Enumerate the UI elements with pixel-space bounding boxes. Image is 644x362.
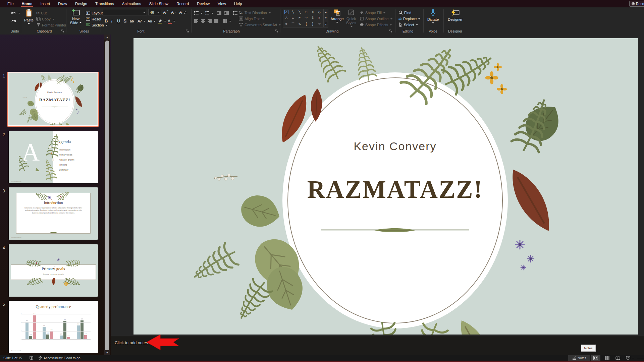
- shapes-gallery[interactable]: A ╲ ╲ □ ○ ◇ △ ∟ ⌐ ⇨ ⇩ ▷ ≈ ⌒ ∿ { } ☆: [283, 9, 323, 27]
- italic-button[interactable]: I: [111, 18, 112, 24]
- dictate-button[interactable]: Dictate: [425, 9, 441, 28]
- columns-button[interactable]: [223, 18, 231, 24]
- cut-button[interactable]: ✂ Cut: [36, 10, 47, 16]
- gallery-down-icon[interactable]: ▼: [325, 17, 327, 19]
- strikethrough-button[interactable]: ab: [130, 18, 134, 24]
- designer-button[interactable]: Designer: [446, 9, 464, 28]
- tab-view[interactable]: View: [214, 0, 230, 7]
- undo-button[interactable]: [11, 10, 20, 16]
- highlight-color-button[interactable]: [158, 18, 166, 24]
- tab-file[interactable]: File: [3, 0, 18, 7]
- scroll-up-icon[interactable]: ▲: [104, 35, 110, 40]
- replace-button[interactable]: ⇄ Replace: [398, 16, 420, 21]
- font-name-combobox[interactable]: [103, 9, 147, 15]
- left-brace-shape-icon[interactable]: {: [306, 22, 307, 26]
- format-painter-button[interactable]: Format Painter: [36, 22, 66, 28]
- justify-button[interactable]: [214, 18, 219, 24]
- tab-transitions[interactable]: Transitions: [91, 0, 118, 7]
- character-spacing-button[interactable]: AV: [138, 18, 145, 24]
- shapes-gallery-scroll[interactable]: ▲ ▼ ▼: [323, 9, 328, 27]
- reset-button[interactable]: Reset: [86, 16, 101, 22]
- shape-outline-button[interactable]: Shape Outline: [360, 16, 392, 21]
- convert-to-smartart-button[interactable]: Convert to SmartArt: [239, 22, 281, 27]
- copy-button[interactable]: Copy: [36, 16, 54, 22]
- redo-button[interactable]: [11, 18, 16, 24]
- arrange-button[interactable]: Arrange: [330, 9, 344, 28]
- line-shape-icon[interactable]: ╲: [292, 10, 294, 14]
- paragraph-dialog-launcher[interactable]: [275, 29, 278, 33]
- section-button[interactable]: Section: [86, 22, 108, 28]
- align-left-button[interactable]: [194, 18, 199, 24]
- align-center-button[interactable]: [201, 18, 205, 24]
- tab-draw[interactable]: Draw: [54, 0, 71, 7]
- slide-sorter-view-button[interactable]: [602, 355, 612, 361]
- shape-fill-button[interactable]: Shape Fill: [360, 10, 385, 15]
- font-dialog-launcher[interactable]: [186, 29, 189, 33]
- normal-view-button[interactable]: [591, 355, 600, 361]
- bullets-button[interactable]: [194, 10, 203, 16]
- tab-slide-show[interactable]: Slide Show: [145, 0, 173, 7]
- align-right-button[interactable]: [207, 18, 212, 24]
- thumbnail-scrollbar[interactable]: ▲ ▼: [104, 35, 110, 355]
- slide-5-thumbnail[interactable]: Quarterly performance 4.20.85.73.01.12.0…: [9, 301, 98, 353]
- tab-record[interactable]: Record: [172, 0, 193, 7]
- slideshow-view-button[interactable]: [623, 355, 633, 361]
- decrease-font-size-button[interactable]: Aˇ: [171, 9, 176, 15]
- flowchart-shape-icon[interactable]: ▷: [318, 16, 321, 19]
- bold-button[interactable]: B: [105, 18, 108, 24]
- connector-icon[interactable]: ⌐: [299, 16, 301, 19]
- textbox-shape-icon[interactable]: A: [284, 10, 288, 14]
- clipboard-dialog-launcher[interactable]: [61, 29, 64, 33]
- gallery-more-icon[interactable]: ▼: [325, 23, 327, 25]
- down-arrow-shape-icon[interactable]: ⇩: [311, 16, 314, 19]
- slide-2-thumbnail[interactable]: A Agenda Introduction Primary goals Area…: [9, 131, 98, 183]
- decrease-indent-button[interactable]: [217, 10, 222, 16]
- spell-check-button[interactable]: [30, 355, 33, 361]
- underline-button[interactable]: U: [117, 18, 120, 24]
- right-brace-shape-icon[interactable]: }: [312, 22, 313, 26]
- tab-design[interactable]: Design: [71, 0, 91, 7]
- notes-placeholder[interactable]: Click to add notes: [115, 341, 148, 345]
- slide-3-thumbnail[interactable]: Introduction At Contoso, we empower orga…: [9, 187, 98, 240]
- scrollbar-thumb[interactable]: [105, 41, 109, 362]
- paste-button[interactable]: Paste: [21, 9, 36, 28]
- tab-home[interactable]: Home: [18, 0, 37, 7]
- increase-font-size-button[interactable]: Aˆ: [163, 9, 168, 15]
- reading-view-button[interactable]: [613, 355, 623, 361]
- drawing-dialog-launcher[interactable]: [389, 29, 392, 33]
- record-button[interactable]: Record: [629, 1, 644, 7]
- tab-review[interactable]: Review: [193, 0, 214, 7]
- find-button[interactable]: Find: [398, 10, 411, 15]
- star-shape-icon[interactable]: ☆: [318, 22, 321, 26]
- oval-shape-icon[interactable]: ○: [312, 10, 314, 14]
- slide-indicator[interactable]: Slide 1 of 15: [3, 355, 22, 361]
- zoom-out-button[interactable]: −: [632, 355, 634, 361]
- notes-panel[interactable]: Click to add notes: [111, 336, 644, 356]
- increase-indent-button[interactable]: [224, 10, 229, 16]
- text-shadow-button[interactable]: S: [123, 18, 126, 24]
- shape-effects-button[interactable]: Shape Effects: [360, 22, 392, 27]
- scroll-down-icon[interactable]: ▼: [104, 350, 110, 355]
- curve-shape-icon[interactable]: ∿: [298, 22, 301, 26]
- right-arrow-shape-icon[interactable]: ⇨: [305, 16, 308, 19]
- accessibility-checker[interactable]: Accessibility: Good to go: [38, 355, 80, 361]
- new-slide-button[interactable]: New Slide: [68, 9, 84, 28]
- tab-insert[interactable]: Insert: [36, 0, 54, 7]
- arc-shape-icon[interactable]: ⌒: [291, 21, 294, 26]
- clear-formatting-button[interactable]: A: [179, 9, 186, 15]
- font-size-combobox[interactable]: 46: [148, 9, 161, 15]
- quick-styles-button[interactable]: QuickStyles: [345, 9, 358, 28]
- elbow-connector-icon[interactable]: ∟: [291, 16, 295, 19]
- tab-help[interactable]: Help: [230, 0, 246, 7]
- arrow-shape-icon[interactable]: ╲: [299, 10, 301, 14]
- slide-4-thumbnail[interactable]: Primary goals Annual revenue growth: [9, 244, 98, 297]
- align-text-button[interactable]: Align Text: [239, 16, 264, 21]
- rounded-rect-shape-icon[interactable]: ◇: [318, 10, 321, 14]
- rectangle-shape-icon[interactable]: □: [305, 10, 307, 14]
- tab-animations[interactable]: Animations: [118, 0, 145, 7]
- slide-editing-canvas[interactable]: [111, 35, 644, 336]
- zoom-slider[interactable]: [637, 358, 644, 358]
- notes-toggle-button[interactable]: Notes: [568, 355, 590, 361]
- slide-1-thumbnail[interactable]: [7, 72, 99, 127]
- scribble-shape-icon[interactable]: ≈: [285, 22, 287, 26]
